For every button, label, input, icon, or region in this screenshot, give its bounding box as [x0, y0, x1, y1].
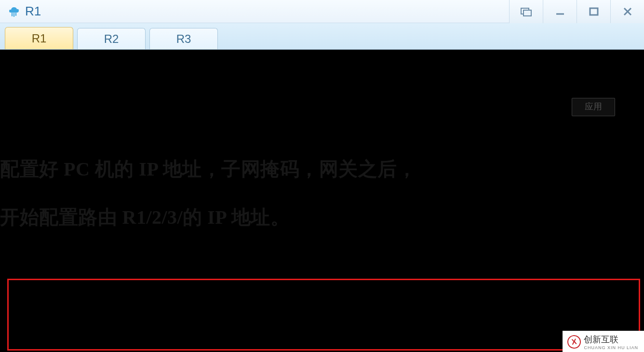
window-controls: [509, 0, 644, 23]
tab-r3[interactable]: R3: [149, 28, 218, 49]
close-button[interactable]: [610, 0, 644, 23]
background-ghost-text-2: 开始配置路由 R1/2/3/的 IP 地址。: [0, 209, 644, 226]
highlight-box: [7, 279, 640, 351]
maximize-button[interactable]: [577, 0, 610, 23]
tab-r2[interactable]: R2: [77, 28, 146, 49]
watermark-logo-icon: X: [567, 334, 582, 350]
minimize-button[interactable]: [543, 0, 577, 23]
watermark-subtext: CHUANG XIN HU LIAN: [584, 345, 638, 350]
tab-r1[interactable]: R1: [5, 27, 73, 49]
background-ghost-text-1: 配置好 PC 机的 IP 地址，子网掩码，网关之后，: [0, 161, 644, 178]
background-ghost-button: 应用: [572, 98, 615, 116]
app-icon: [7, 4, 21, 19]
watermark: X 创新互联 CHUANG XIN HU LIAN: [563, 331, 644, 352]
restore-sub-button[interactable]: [509, 0, 543, 23]
watermark-text: 创新互联: [584, 334, 638, 345]
window-title: R1: [25, 4, 41, 19]
tab-row: R1 R2 R3: [0, 23, 644, 50]
terminal-output[interactable]: 配置好 PC 机的 IP 地址，子网掩码，网关之后， 开始配置路由 R1/2/3…: [0, 50, 644, 352]
svg-rect-3: [590, 8, 598, 15]
window-titlebar: R1: [0, 0, 644, 23]
svg-rect-1: [523, 10, 531, 16]
